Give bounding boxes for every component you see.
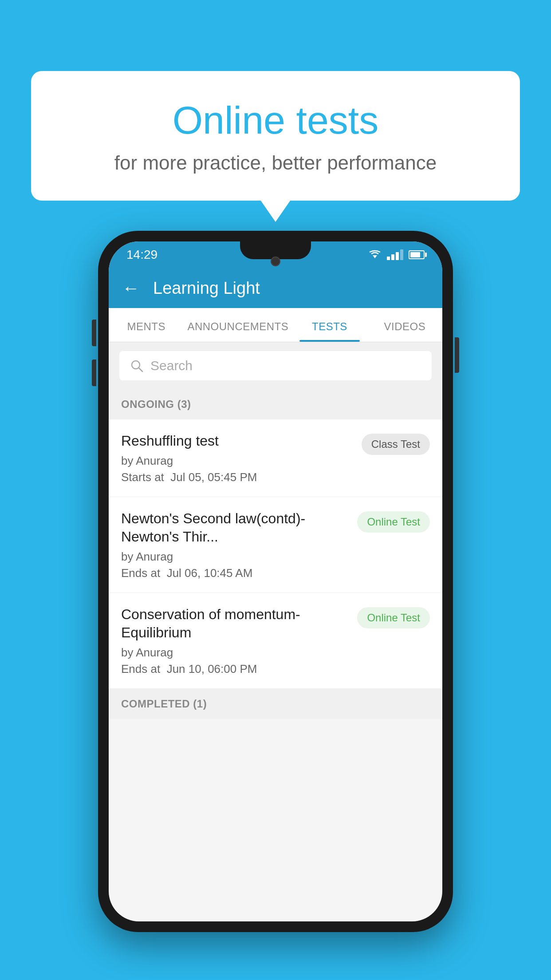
front-camera [271,257,280,266]
test-by-2: by Anurag [121,550,348,564]
signal-icon [387,249,403,260]
volume-up-button [92,320,96,346]
back-button[interactable]: ← [122,278,140,298]
ongoing-section-header: ONGOING (3) [109,389,442,419]
battery-icon [409,250,425,259]
test-by-1: by Anurag [121,454,353,468]
phone-notch [240,241,311,259]
test-item-2[interactable]: Newton's Second law(contd)-Newton's Thir… [109,497,442,593]
test-badge-1: Class Test [362,434,430,455]
svg-marker-0 [373,255,377,258]
wifi-icon [368,249,382,260]
power-button [455,337,459,373]
speech-bubble-title: Online tests [67,98,484,143]
speech-bubble-subtitle: for more practice, better performance [67,152,484,174]
status-time: 14:29 [126,248,157,262]
status-icons [368,249,425,260]
completed-section-header: COMPLETED (1) [109,689,442,719]
test-name-3: Conservation of momentum-Equilibrium [121,605,348,642]
test-name-2: Newton's Second law(contd)-Newton's Thir… [121,510,348,546]
phone-screen: 14:29 [109,241,442,921]
test-item-3[interactable]: Conservation of momentum-Equilibrium by … [109,593,442,689]
volume-down-button [92,360,96,386]
completed-section-title: COMPLETED (1) [121,698,207,710]
tab-videos[interactable]: VIDEOS [367,308,442,342]
app-title: Learning Light [153,279,260,298]
svg-line-2 [139,368,142,371]
test-info-1: Reshuffling test by Anurag Starts at Jul… [121,432,353,484]
search-bar[interactable]: Search [119,351,432,380]
test-item-1[interactable]: Reshuffling test by Anurag Starts at Jul… [109,419,442,497]
ongoing-section-title: ONGOING (3) [121,398,191,410]
phone-frame: 14:29 [98,231,453,932]
test-by-3: by Anurag [121,646,348,660]
test-date-1: Starts at Jul 05, 05:45 PM [121,470,353,484]
search-container: Search [109,342,442,389]
phone-container: 14:29 [98,231,453,932]
test-badge-2: Online Test [357,511,430,533]
test-date-3: Ends at Jun 10, 06:00 PM [121,662,348,676]
test-info-3: Conservation of momentum-Equilibrium by … [121,605,348,676]
tabs-container: MENTS ANNOUNCEMENTS TESTS VIDEOS [109,308,442,342]
app-header: ← Learning Light [109,268,442,308]
speech-bubble: Online tests for more practice, better p… [31,71,520,201]
page-background: Online tests for more practice, better p… [0,0,551,980]
search-icon [130,359,143,372]
test-badge-3: Online Test [357,607,430,628]
tab-tests[interactable]: TESTS [292,308,367,342]
speech-bubble-container: Online tests for more practice, better p… [31,71,520,201]
test-info-2: Newton's Second law(contd)-Newton's Thir… [121,510,348,580]
test-date-2: Ends at Jul 06, 10:45 AM [121,566,348,580]
tab-ments[interactable]: MENTS [109,308,184,342]
test-name-1: Reshuffling test [121,432,353,450]
test-list: Reshuffling test by Anurag Starts at Jul… [109,419,442,689]
tab-announcements[interactable]: ANNOUNCEMENTS [184,308,292,342]
search-placeholder: Search [150,358,193,373]
